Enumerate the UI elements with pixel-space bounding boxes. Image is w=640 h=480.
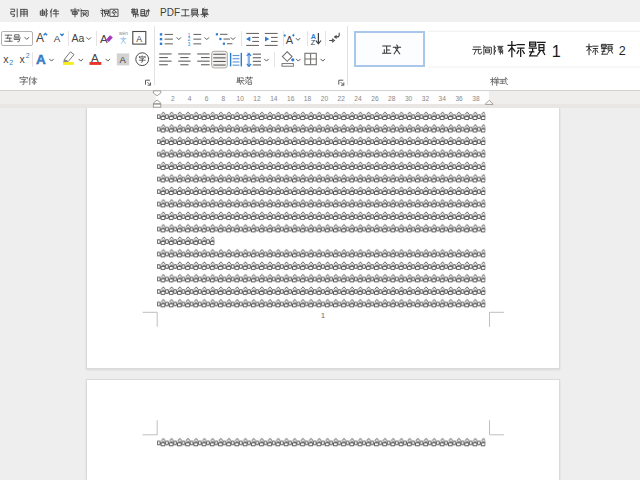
svg-text:A: A: [100, 33, 108, 45]
svg-text:A: A: [36, 31, 44, 45]
svg-text:12: 12: [253, 95, 261, 102]
svg-text:1: 1: [321, 311, 326, 320]
svg-text:4: 4: [188, 95, 192, 102]
svg-text:x: x: [20, 53, 26, 65]
svg-text:A: A: [54, 33, 61, 44]
svg-text:2: 2: [26, 52, 30, 59]
svg-text:A: A: [36, 52, 46, 67]
svg-text:wén: wén: [119, 31, 128, 36]
svg-text:8: 8: [221, 95, 225, 102]
svg-text:36: 36: [455, 95, 463, 102]
svg-text:6: 6: [205, 95, 209, 102]
svg-text:A: A: [120, 54, 127, 65]
svg-text:24: 24: [354, 95, 362, 102]
svg-text:18: 18: [304, 95, 312, 102]
svg-text:38: 38: [472, 95, 480, 102]
svg-text:1: 1: [552, 42, 561, 60]
svg-text:Z: Z: [311, 38, 316, 47]
svg-text:26: 26: [371, 95, 379, 102]
svg-text:22: 22: [338, 95, 346, 102]
svg-text:A: A: [136, 34, 142, 44]
svg-text:x: x: [3, 53, 9, 65]
svg-text:Aa: Aa: [72, 32, 85, 44]
svg-text:2: 2: [619, 44, 626, 58]
svg-text:14: 14: [270, 95, 278, 102]
svg-text:3: 3: [188, 42, 191, 47]
svg-text:28: 28: [388, 95, 396, 102]
svg-text:A: A: [286, 34, 294, 46]
svg-text:2: 2: [171, 95, 175, 102]
svg-text:32: 32: [422, 95, 430, 102]
svg-text:16: 16: [287, 95, 295, 102]
svg-text:20: 20: [321, 95, 329, 102]
svg-text:10: 10: [237, 95, 245, 102]
svg-text:2: 2: [9, 59, 13, 66]
svg-text:PDF: PDF: [160, 7, 180, 18]
svg-text:30: 30: [405, 95, 413, 102]
svg-text:34: 34: [439, 95, 447, 102]
